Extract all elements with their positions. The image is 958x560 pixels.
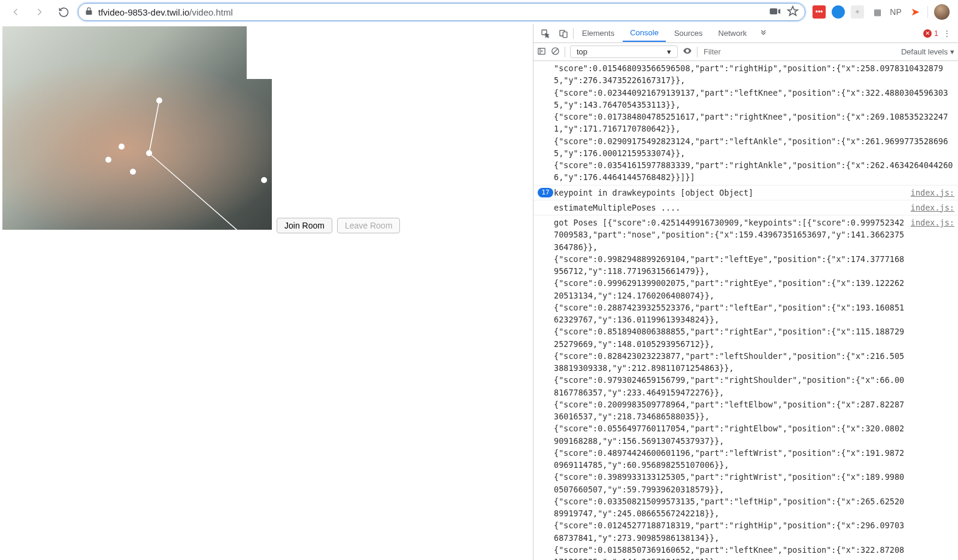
extension-np-icon[interactable]: NP	[889, 5, 902, 19]
log-source-link[interactable]: index.js:	[906, 202, 954, 214]
svg-point-7	[146, 150, 152, 156]
lock-icon	[84, 7, 93, 17]
console-toolbar: top ▾ Default levels ▾	[533, 43, 958, 61]
chevron-down-icon: ▾	[950, 47, 954, 56]
forward-button[interactable]	[30, 2, 49, 22]
reload-button[interactable]	[54, 2, 73, 22]
console-log-row: got Poses [{"score":0.4251449916730909,"…	[533, 215, 958, 560]
log-source-link[interactable]: index.js:	[906, 217, 954, 560]
tab-elements[interactable]: Elements	[575, 25, 622, 41]
log-message: estimateMultiplePoses ....	[554, 202, 906, 214]
log-message: got Poses [{"score":0.4251449916730909,"…	[554, 217, 906, 560]
clear-console-icon[interactable]	[551, 47, 560, 57]
filter-input[interactable]	[702, 46, 786, 58]
svg-rect-15	[563, 32, 567, 37]
svg-rect-16	[538, 48, 545, 54]
svg-point-5	[119, 144, 125, 150]
video-canvas	[2, 26, 272, 230]
devtools-menu-icon[interactable]: ⋮	[939, 29, 954, 38]
url-path: /video.html	[189, 7, 233, 17]
console-log-row: "score":0.015468093566596508,"part":"rig…	[533, 61, 958, 185]
browser-toolbar: tfvideo-9853-dev.twil.io/video.html ••• …	[0, 0, 958, 24]
tab-console[interactable]: Console	[623, 25, 666, 42]
page-content: Join Room Leave Room ElementsConsoleSour…	[0, 24, 958, 560]
chevron-down-icon: ▾	[667, 47, 671, 56]
extension-grey-icon[interactable]: ✦	[851, 5, 864, 19]
leave-room-button[interactable]: Leave Room	[337, 218, 400, 233]
execution-context-select[interactable]: top ▾	[570, 45, 678, 58]
devtools-panel: ElementsConsoleSourcesNetwork ✕ 1 ⋮ top …	[533, 24, 958, 560]
devtools-tabs: ElementsConsoleSourcesNetwork ✕ 1 ⋮	[533, 24, 958, 43]
log-message: "score":0.015468093566596508,"part":"rig…	[554, 62, 954, 184]
log-repeat-count: 17	[538, 188, 553, 197]
extension-blue-icon[interactable]	[832, 5, 845, 19]
extension-postman-icon[interactable]: ➤	[908, 5, 921, 19]
svg-point-4	[156, 98, 162, 104]
tab-sources[interactable]: Sources	[667, 25, 710, 41]
star-icon[interactable]	[787, 5, 799, 19]
extension-icons: ••• ✦ ▦ NP ➤	[810, 4, 952, 20]
camera-icon[interactable]	[769, 5, 781, 19]
pose-overlay	[2, 26, 272, 230]
inspect-element-icon[interactable]	[537, 25, 554, 42]
extension-lastpass-icon[interactable]: •••	[813, 5, 826, 19]
console-log-row: 17keypoint in drawkeypoints [object Obje…	[533, 185, 958, 200]
url-domain: tfvideo-9853-dev.twil.io	[98, 7, 189, 17]
log-source-link[interactable]: index.js:	[906, 187, 954, 199]
error-badge[interactable]: ✕ 1	[923, 29, 938, 38]
log-levels-select[interactable]: Default levels ▾	[901, 47, 954, 56]
more-tabs-icon[interactable]	[755, 25, 772, 42]
device-toggle-icon[interactable]	[555, 25, 572, 42]
console-output[interactable]: "score":0.015468093566596508,"part":"rig…	[533, 61, 958, 560]
tab-network[interactable]: Network	[711, 25, 754, 41]
svg-point-9	[261, 177, 267, 183]
back-button[interactable]	[6, 2, 25, 22]
divider	[927, 6, 928, 18]
console-log-row: estimateMultiplePoses ....index.js:	[533, 200, 958, 215]
join-room-button[interactable]: Join Room	[277, 218, 332, 233]
address-bar[interactable]: tfvideo-9853-dev.twil.io/video.html	[78, 3, 805, 21]
extension-grid-icon[interactable]: ▦	[870, 5, 883, 19]
svg-point-6	[105, 157, 111, 163]
error-dot-icon: ✕	[923, 29, 932, 38]
svg-point-8	[130, 169, 136, 175]
profile-avatar[interactable]	[934, 4, 950, 20]
error-count: 1	[934, 29, 938, 38]
svg-line-1	[149, 153, 240, 230]
live-expression-icon[interactable]	[683, 46, 692, 57]
console-sidebar-toggle-icon[interactable]	[537, 47, 546, 57]
log-message: keypoint in drawkeypoints [object Object…	[554, 187, 906, 199]
svg-line-0	[149, 101, 159, 153]
